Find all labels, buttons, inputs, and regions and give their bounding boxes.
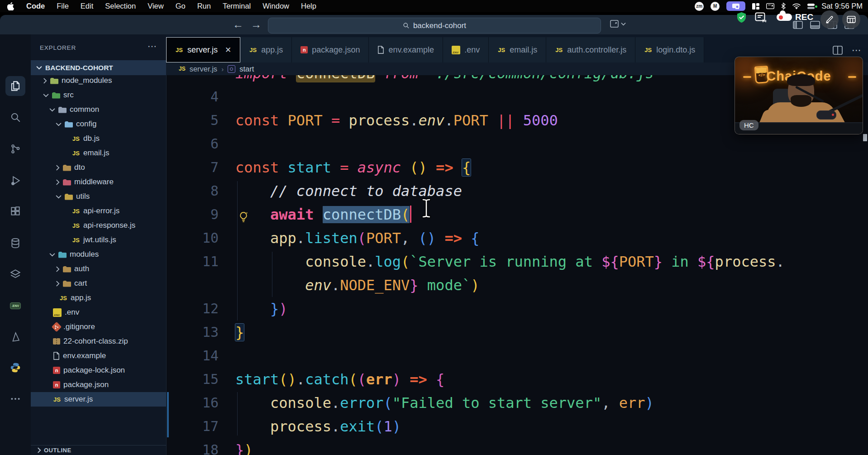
code-line-16[interactable]: 16 console.error("Failed to start server…: [166, 391, 862, 415]
tab-login.dto.js[interactable]: JSlogin.dto.js: [635, 37, 704, 62]
tree-item-22-cohort-class.zip[interactable]: 22-cohort-class.zip: [31, 334, 166, 349]
menu-code[interactable]: Code: [26, 2, 45, 10]
bluetooth-icon[interactable]: [781, 3, 786, 10]
tree-item-common[interactable]: common: [31, 102, 166, 117]
zoom-zm-icon[interactable]: zm: [695, 2, 704, 11]
tree-item-node_modules[interactable]: node_modules: [31, 73, 166, 88]
wifi-icon[interactable]: [792, 3, 801, 9]
annotate-pencil-button[interactable]: [820, 10, 839, 29]
recording-indicator[interactable]: REC: [777, 12, 813, 22]
tab-env.example[interactable]: env.example: [369, 37, 443, 62]
tab-app.js[interactable]: JSapp.js: [240, 37, 292, 62]
extensions-icon[interactable]: [5, 201, 25, 221]
tab-email.js[interactable]: JSemail.js: [489, 37, 546, 62]
menu-window[interactable]: Window: [262, 2, 289, 10]
tree-item-.env[interactable]: .ENV.env: [31, 305, 166, 320]
code-line-8[interactable]: 8 // connect to database: [166, 179, 862, 203]
folder-icon: [50, 77, 58, 84]
tree-item-jwt.utils.js[interactable]: JSjwt.utils.js: [31, 233, 166, 247]
menu-help[interactable]: Help: [301, 2, 316, 10]
tree-item-env.example[interactable]: env.example: [31, 349, 166, 363]
control-center-icon[interactable]: [807, 4, 815, 9]
code-line-15[interactable]: 15start().catch((err) => {: [166, 368, 862, 391]
tree-item-server.js[interactable]: JSserver.js: [31, 392, 166, 407]
menu-run[interactable]: Run: [197, 2, 211, 10]
tree-item-package-lock.json[interactable]: npackage-lock.json: [31, 363, 166, 378]
tree-item-package.json[interactable]: npackage.json: [31, 378, 166, 392]
breadcrumb-file[interactable]: server.js: [190, 65, 217, 73]
captions-audio-icon[interactable]: [755, 12, 767, 24]
tab-server.js[interactable]: JSserver.js✕: [166, 37, 240, 62]
menu-edit[interactable]: Edit: [81, 2, 93, 10]
code-line-6[interactable]: 6: [166, 132, 862, 156]
tree-item-utils[interactable]: utils: [31, 189, 166, 204]
webcam-overlay[interactable]: </> ChaiCode HC: [734, 57, 863, 134]
code-line-18[interactable]: 18}): [166, 438, 862, 455]
nav-back-icon[interactable]: ←: [233, 18, 243, 31]
tree-item-api-response.js[interactable]: JSapi-response.js: [31, 218, 166, 233]
shield-check-icon[interactable]: [736, 12, 747, 23]
tree-item-src[interactable]: src: [31, 88, 166, 102]
code-line-11[interactable]: 11 console.log(`Server is running at ${P…: [166, 250, 862, 273]
tree-item-auth[interactable]: auth: [31, 262, 166, 276]
line-number: 10: [166, 226, 219, 250]
code-line-v9[interactable]: env.NODE_ENV} mode`): [166, 273, 862, 297]
explorer-icon[interactable]: [5, 76, 25, 96]
more-views-icon[interactable]: [5, 389, 25, 409]
more-actions-icon[interactable]: ⋯: [852, 45, 862, 56]
run-debug-icon[interactable]: [5, 171, 25, 191]
screen-sharing-icon[interactable]: [726, 1, 745, 11]
tree-item-middleware[interactable]: middleware: [31, 175, 166, 189]
git-icon: [52, 322, 62, 332]
nav-forward-icon[interactable]: →: [251, 18, 262, 31]
python-icon[interactable]: [5, 358, 25, 378]
tree-item-api-error.js[interactable]: JSapi-error.js: [31, 204, 166, 218]
code-line-7[interactable]: 7const start = async () => {: [166, 156, 862, 179]
tree-item-cart[interactable]: cart: [31, 276, 166, 291]
tab-.env[interactable]: .ENV.env: [443, 37, 489, 62]
tree-item-.gitignore[interactable]: .gitignore: [31, 320, 166, 334]
outline-section[interactable]: OUTLINE: [31, 445, 166, 455]
layers-icon[interactable]: [5, 264, 25, 284]
tree-item-config[interactable]: config: [31, 117, 166, 131]
code-line-12[interactable]: 12 }): [166, 297, 862, 321]
tree-item-modules[interactable]: modules: [31, 247, 166, 262]
breadcrumb-symbol[interactable]: start: [239, 65, 254, 73]
tree-item-app.js[interactable]: JSapp.js: [31, 291, 166, 305]
source-control-icon[interactable]: [5, 139, 25, 159]
account-icon[interactable]: [5, 451, 25, 455]
split-editor-icon[interactable]: [833, 46, 843, 55]
line-number: 15: [166, 368, 219, 391]
menu-selection[interactable]: Selection: [105, 2, 136, 10]
database-icon[interactable]: [5, 233, 25, 253]
prisma-icon[interactable]: [5, 327, 25, 347]
window-tile-icon[interactable]: [752, 3, 759, 10]
notion-m-icon[interactable]: M: [711, 2, 720, 11]
tree-item-email.js[interactable]: JSemail.js: [31, 146, 166, 160]
code-line-9[interactable]: 9 await connectDB(: [166, 203, 862, 226]
menu-view[interactable]: View: [148, 2, 163, 10]
explorer-more-actions[interactable]: ⋯: [148, 41, 157, 52]
layout-control-button[interactable]: [610, 20, 626, 28]
apple-logo[interactable]: [7, 2, 14, 10]
line-number: 4: [166, 85, 219, 109]
tab-auth.controller.js[interactable]: JSauth.controller.js: [546, 37, 635, 62]
recorder-grid-button[interactable]: [842, 10, 860, 29]
menu-terminal[interactable]: Terminal: [223, 2, 251, 10]
code-line-17[interactable]: 17 process.exit(1): [166, 415, 862, 438]
clock[interactable]: Sat 9:56 PM: [821, 2, 863, 10]
tab-package.json[interactable]: npackage.json: [292, 37, 369, 62]
code-line-14[interactable]: 14: [166, 344, 862, 368]
command-center-search[interactable]: backend-cohort: [268, 18, 601, 34]
menu-go[interactable]: Go: [176, 2, 186, 10]
tree-item-db.js[interactable]: JSdb.js: [31, 131, 166, 146]
menu-file[interactable]: File: [57, 2, 69, 10]
code-line-10[interactable]: 10 app.listen(PORT, () => {: [166, 226, 862, 250]
search-sidebar-icon[interactable]: [5, 107, 25, 127]
code-line-13[interactable]: 13}: [166, 321, 862, 344]
tree-item-dto[interactable]: dto: [31, 160, 166, 175]
tab-close-icon[interactable]: ✕: [225, 45, 231, 55]
folder-icon: [63, 280, 71, 287]
keyboard-input-icon[interactable]: [766, 3, 774, 9]
env-badge-icon[interactable]: .ENV: [5, 296, 25, 316]
